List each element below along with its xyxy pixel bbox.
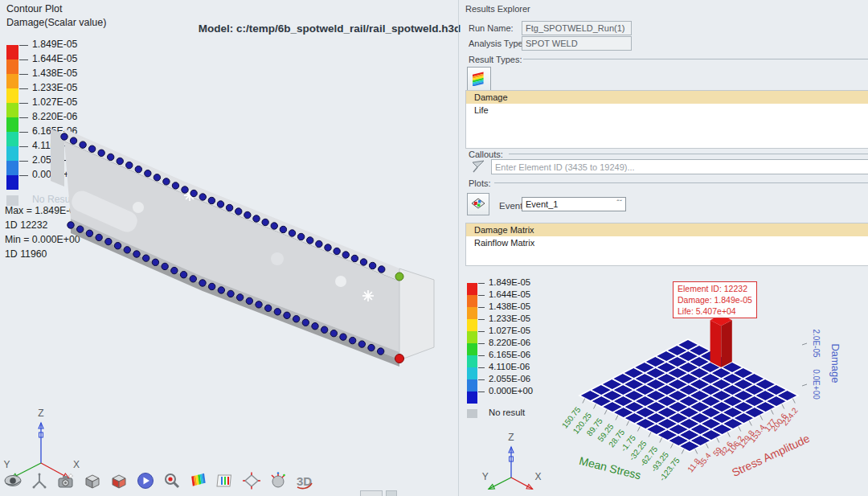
run-name-field[interactable] xyxy=(522,21,632,35)
tensor-plot-icon[interactable] xyxy=(268,471,288,490)
result-types-list: DamageLife xyxy=(465,90,868,149)
contour-ramp-icon xyxy=(470,72,488,86)
element-id-input[interactable] xyxy=(491,159,868,174)
partial-hidden-control[interactable] xyxy=(360,490,383,496)
damage-matrix-chart[interactable]: 150.75120.2589.7559.2528.75-1.75-32.25-6… xyxy=(459,265,868,496)
chevron-down-icon: ˆ​ˇ xyxy=(616,200,622,208)
svg-text:35.4: 35.4 xyxy=(696,451,713,469)
event-dropdown[interactable]: Event_1 ˆ​ˇ xyxy=(522,197,626,211)
query-zoom-icon[interactable] xyxy=(162,471,182,490)
list-item[interactable]: Damage xyxy=(466,91,868,104)
3d-logo-icon[interactable]: 3D xyxy=(295,471,314,490)
svg-text:Y: Y xyxy=(482,471,489,482)
svg-text:Damage: Damage xyxy=(829,343,841,383)
application-window: Model: c:/temp/6b_spotweld_rail/rail_spo… xyxy=(0,0,868,496)
element-callout: Element ID: 12232 Damage: 1.849e-05 Life… xyxy=(673,281,757,318)
triad-axes-icon[interactable] xyxy=(30,471,49,490)
plot-type-button[interactable] xyxy=(467,193,489,215)
svg-text:Z: Z xyxy=(38,408,43,419)
iso-value-panel-icon[interactable] xyxy=(215,471,235,490)
plots-label: Plots: xyxy=(469,178,491,188)
callouts-label: Callouts: xyxy=(469,150,503,159)
callout-life: Life: 5.407e+04 xyxy=(678,305,752,317)
plot-types-list: Damage MatrixRainflow Matrix xyxy=(465,223,868,266)
result-types-label: Result Types: xyxy=(469,55,522,64)
list-item[interactable]: Damage Matrix xyxy=(466,223,868,236)
contour-result-button[interactable] xyxy=(467,67,491,91)
animation-play-icon[interactable] xyxy=(136,471,155,490)
run-name-label: Run Name: xyxy=(469,23,514,33)
list-item[interactable]: Rainflow Matrix xyxy=(466,236,868,249)
shaded-cube-icon[interactable] xyxy=(83,471,102,490)
svg-text:2.0E-05: 2.0E-05 xyxy=(812,329,821,357)
callout-flag-icon[interactable] xyxy=(470,159,486,174)
svg-text:X: X xyxy=(73,459,80,470)
callout-damage: Damage: 1.849e-05 xyxy=(678,294,752,305)
section-cut-cube-icon[interactable] xyxy=(109,471,129,490)
svg-text:Z: Z xyxy=(508,432,514,443)
snapshot-camera-icon[interactable] xyxy=(56,471,76,490)
analysis-type-field[interactable] xyxy=(522,36,632,51)
svg-text:Y: Y xyxy=(3,459,10,470)
view-eye-icon[interactable] xyxy=(3,471,23,490)
matrix-plot-icon xyxy=(470,196,486,212)
contour-panel-icon[interactable] xyxy=(189,471,208,490)
model-viewport[interactable]: Model: c:/temp/6b_spotweld_rail/rail_spo… xyxy=(0,0,458,496)
view-toolbar: 3D xyxy=(3,471,314,490)
analysis-type-label: Analysis Type: xyxy=(469,39,526,48)
deformed-shape-icon[interactable] xyxy=(242,471,261,490)
event-dropdown-value: Event_1 xyxy=(526,199,558,209)
panel-title: Results Explorer xyxy=(465,4,530,14)
partial-hidden-control-2[interactable] xyxy=(386,490,397,496)
results-explorer-panel: Results Explorer Run Name: Analysis Type… xyxy=(458,0,868,496)
svg-text:0.0E+00: 0.0E+00 xyxy=(812,369,821,400)
svg-text:X: X xyxy=(534,471,541,482)
rail-spotweld-model[interactable]: ZYX xyxy=(0,0,458,496)
callout-element-id: Element ID: 12232 xyxy=(678,283,752,294)
list-item[interactable]: Life xyxy=(466,104,868,117)
